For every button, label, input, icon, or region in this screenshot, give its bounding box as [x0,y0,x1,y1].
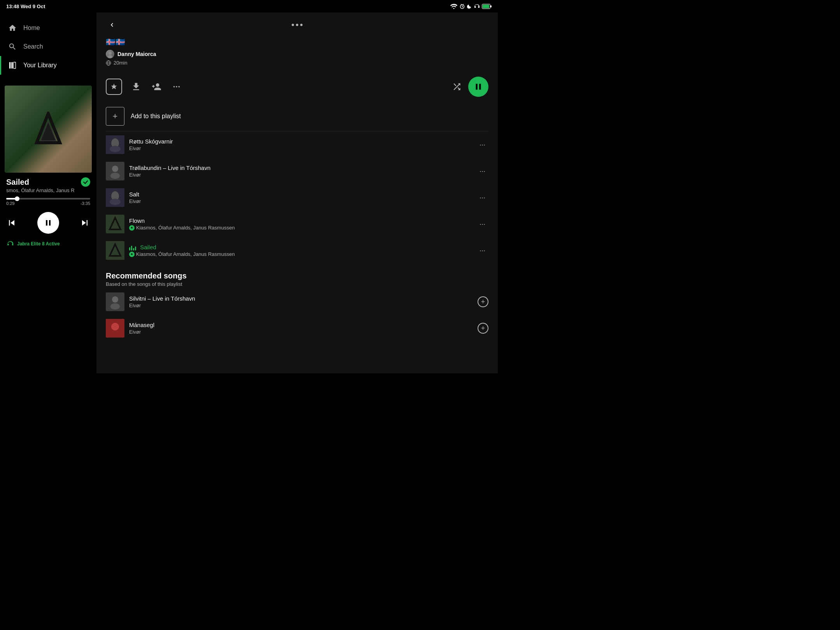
playlist-logo-button[interactable] [106,79,122,95]
progress-times: 0:29 -3:35 [6,201,90,206]
device-headphones-icon [6,240,14,248]
table-row[interactable]: Flown Kiasmos, Ólafur Arnalds, Janus Ras… [106,211,488,237]
add-to-playlist-row[interactable]: + Add to this playlist [106,102,488,131]
playlist-info: 🇮🇸🇮🇸 Danny Maiorca 20min [96,34,498,72]
track-artists: smos, Ólafur Arnalds, Janus R [6,187,90,193]
main-content: 🇮🇸🇮🇸 Danny Maiorca 20min [96,12,498,373]
progress-bar[interactable] [6,198,90,200]
home-icon [8,23,17,33]
search-icon [8,42,17,51]
track-thumbnail [106,215,124,233]
now-playing-bars [129,245,136,250]
progress-current: 0:29 [6,201,14,206]
svg-point-24 [110,146,121,152]
track-more-button[interactable]: ··· [476,245,488,256]
author-name: Danny Maiorca [117,51,156,57]
track-details: Mánasegl Eivør [129,322,473,335]
track-more-button[interactable]: ··· [476,192,488,203]
track-thumbnail [106,162,124,180]
track-artist: Eivør [129,172,472,178]
playlist-actions [96,72,498,102]
saved-check-icon [81,177,90,187]
sidebar-item-search[interactable]: Search [0,37,96,56]
status-bar: 13:48 Wed 9 Oct [0,0,498,12]
table-row[interactable]: Salt Eivør ··· [106,184,488,211]
track-name: Mánasegl [129,322,473,328]
progress-dot [15,196,19,201]
album-art [5,86,92,173]
play-pause-button[interactable] [37,212,59,234]
sidebar-item-home[interactable]: Home [0,19,96,37]
table-row[interactable]: Røttu Skógvarnir Eivør ··· [106,131,488,158]
track-thumbnail [106,292,124,311]
table-row[interactable]: Trøllabundin – Live in Tórshavn Eivør ··… [106,158,488,184]
track-title-row: Sailed [6,177,90,187]
battery-icon [482,4,492,9]
skip-back-button[interactable] [6,217,17,228]
sidebar-item-label-library: Your Library [23,62,57,69]
add-to-playlist-button[interactable]: + [478,296,488,307]
track-artist: Eivør [129,198,472,204]
svg-rect-9 [11,62,13,69]
status-time: 13:48 Wed 9 Oct [6,4,45,9]
track-details: Røttu Skógvarnir Eivør [129,138,472,151]
actions-left [106,79,183,95]
track-artist: Eivør [129,145,472,151]
track-name: Salt [129,191,472,198]
svg-point-14 [108,55,112,58]
add-label: Add to this playlist [131,113,181,120]
globe-icon [106,60,111,66]
shuffle-button[interactable] [452,82,462,92]
list-item[interactable]: Silvitni – Live in Tórshavn Eivør + [106,289,488,315]
playlist-duration: 20min [114,60,127,66]
download-button[interactable] [130,80,142,93]
svg-point-26 [112,166,118,172]
svg-rect-10 [14,62,16,69]
sidebar-item-label-search: Search [23,43,43,50]
track-thumbnail [106,188,124,207]
progress-remaining: -3:35 [80,201,90,206]
add-user-button[interactable] [150,80,163,93]
track-details: Flown Kiasmos, Ólafur Arnalds, Janus Ras… [129,217,472,231]
back-button[interactable] [106,19,118,31]
svg-point-21 [178,86,180,88]
svg-point-39 [111,323,119,331]
track-details: Silvitni – Live in Tórshavn Eivør [129,295,473,308]
track-artist: Eivør [129,329,473,335]
svg-rect-6 [483,5,489,8]
recommended-section-header: Recommended songs Based on the songs of … [106,264,488,289]
sidebar: Home Search [0,12,96,373]
progress-section[interactable]: 0:29 -3:35 [5,195,92,209]
list-item[interactable]: Mánasegl Eivør + [106,315,488,341]
sidebar-item-label-home: Home [23,24,40,32]
track-name: Flown [129,217,472,224]
track-name: Røttu Skógvarnir [129,138,472,145]
playlist-author-row: Danny Maiorca [106,50,488,58]
svg-line-2 [462,7,463,7]
svg-point-19 [173,86,175,88]
more-options-button[interactable] [170,80,183,93]
playlist-content[interactable]: + Add to this playlist Røttu Skógvarnir … [96,102,498,373]
main-header [96,12,498,34]
track-artist: Kiasmos, Ólafur Arnalds, Janus Rasmussen [129,225,472,231]
add-to-playlist-button[interactable]: + [478,323,488,334]
track-more-button[interactable]: ··· [476,219,488,230]
track-details: Sailed Kiasmos, Ólafur Arnalds, Janus Ra… [129,244,472,257]
main-play-pause-button[interactable] [468,77,488,97]
track-more-button[interactable]: ··· [476,139,488,150]
track-title: Sailed [6,178,29,187]
svg-point-27 [110,173,120,179]
track-thumbnail [106,135,124,154]
app-container: Home Search [0,12,498,373]
track-thumbnail [106,319,124,338]
table-row[interactable]: Sailed Kiasmos, Ólafur Arnalds, Janus Ra… [106,237,488,264]
skip-forward-button[interactable] [79,217,90,228]
nav-items: Home Search [0,12,96,81]
track-details: Trøllabundin – Live in Tórshavn Eivør [129,164,472,178]
track-more-button[interactable]: ··· [476,166,488,177]
svg-line-4 [463,4,464,5]
sidebar-item-library[interactable]: Your Library [0,56,96,75]
library-icon [8,61,17,70]
svg-point-30 [110,199,121,205]
moon-icon [467,4,472,9]
